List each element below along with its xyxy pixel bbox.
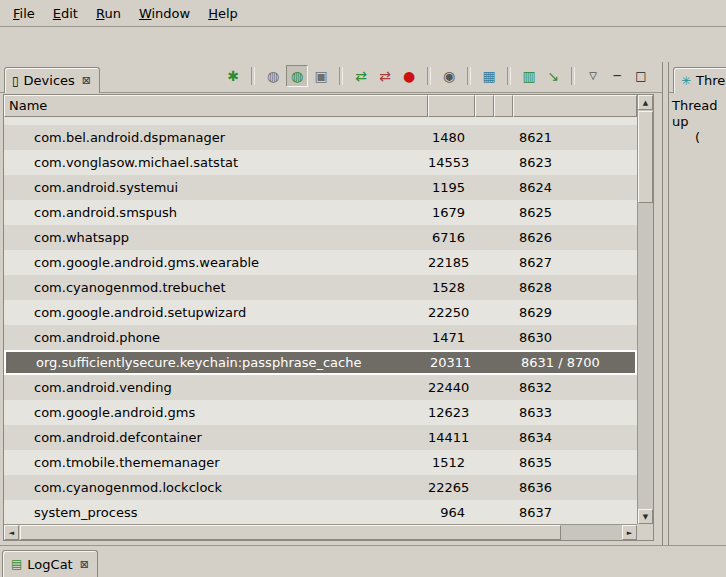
- port-cell: 8627: [513, 255, 637, 270]
- table-row[interactable]: com.android.vending224408632: [4, 375, 637, 400]
- horizontal-scrollbar[interactable]: ◄ ►: [4, 524, 637, 540]
- method-profiling-icon[interactable]: ▥: [518, 65, 540, 87]
- pid-cell: 964: [428, 505, 475, 520]
- process-table: Name com.bel.android.dspmanager14808621c…: [3, 94, 654, 541]
- column-header-name[interactable]: Name: [4, 95, 428, 117]
- pid-cell: 1195: [428, 180, 475, 195]
- tab-devices[interactable]: ▯ Devices ⊠: [4, 67, 100, 93]
- close-icon[interactable]: ⊠: [82, 74, 91, 87]
- devices-toolbar: ✱◍◍▣⇄⇄●◉▦▥↘▽─□: [222, 65, 658, 92]
- thread-status-line-2: (: [672, 130, 723, 146]
- scrollbar-corner: [637, 524, 653, 540]
- column-header-1[interactable]: [428, 95, 475, 117]
- process-name-cell: com.whatsapp: [4, 230, 428, 245]
- scroll-up-button[interactable]: ▲: [638, 95, 653, 110]
- scroll-down-button[interactable]: ▼: [638, 509, 653, 524]
- table-row[interactable]: com.vonglasow.michael.satstat145538623: [4, 150, 637, 175]
- column-header-3[interactable]: [494, 95, 513, 117]
- debug-process-icon[interactable]: ✱: [222, 65, 244, 87]
- menu-item-file[interactable]: File: [4, 2, 44, 25]
- table-row[interactable]: org.sufficientlysecure.keychain:passphra…: [4, 350, 637, 375]
- vertical-scroll-thumb[interactable]: [638, 111, 653, 203]
- process-name-cell: com.google.android.gms: [4, 405, 428, 420]
- pid-cell: 20311: [430, 355, 477, 370]
- menu-item-run[interactable]: Run: [87, 2, 130, 25]
- port-cell: 8625: [513, 205, 637, 220]
- toolbar-separator: [427, 67, 431, 85]
- dump-hprof-icon[interactable]: ◍: [286, 65, 308, 87]
- scroll-right-button[interactable]: ►: [622, 525, 637, 540]
- close-icon[interactable]: ⊠: [80, 558, 89, 571]
- horizontal-scroll-thumb[interactable]: [20, 525, 561, 540]
- gallery-icon[interactable]: ▦: [478, 65, 500, 87]
- devices-panel-header: ▯ Devices ⊠ ✱◍◍▣⇄⇄●◉▦▥↘▽─□: [0, 62, 662, 93]
- pid-cell: 1471: [428, 330, 475, 345]
- port-cell: 8621: [513, 130, 637, 145]
- table-row[interactable]: com.google.android.gms.wearable221858627: [4, 250, 637, 275]
- scroll-left-button[interactable]: ◄: [4, 525, 19, 540]
- process-name-cell: com.android.systemui: [4, 180, 428, 195]
- toolbar-separator: [507, 67, 511, 85]
- table-row[interactable]: com.cyanogenmod.lockclock222658636: [4, 475, 637, 500]
- process-name-cell: com.android.defcontainer: [4, 430, 428, 445]
- column-header-4[interactable]: [513, 95, 637, 117]
- process-name-cell: com.android.vending: [4, 380, 428, 395]
- pid-cell: 6716: [428, 230, 475, 245]
- vertical-scrollbar[interactable]: ▲ ▼: [637, 95, 653, 524]
- pid-cell: 22250: [428, 305, 475, 320]
- process-name-cell: com.android.phone: [4, 330, 428, 345]
- port-cell: 8637: [513, 505, 637, 520]
- minimize-icon[interactable]: ─: [606, 65, 628, 87]
- update-heap-icon[interactable]: ◍: [262, 65, 284, 87]
- table-row[interactable]: com.bel.android.dspmanager14808621: [4, 125, 637, 150]
- process-name-cell: com.vonglasow.michael.satstat: [4, 155, 428, 170]
- table-row[interactable]: com.android.phone14718630: [4, 325, 637, 350]
- maximize-icon[interactable]: □: [630, 65, 652, 87]
- menu-item-edit[interactable]: Edit: [44, 2, 87, 25]
- table-row[interactable]: com.google.android.gms126238633: [4, 400, 637, 425]
- pid-cell: 1512: [428, 455, 475, 470]
- port-cell: 8633: [513, 405, 637, 420]
- table-row[interactable]: com.tmobile.thememanager15128635: [4, 450, 637, 475]
- process-name-cell: org.sufficientlysecure.keychain:passphra…: [6, 355, 430, 370]
- table-row[interactable]: com.cyanogenmod.trebuchet15288628: [4, 275, 637, 300]
- table-row[interactable]: com.google.android.setupwizard222508629: [4, 300, 637, 325]
- process-name-cell: com.bel.android.dspmanager: [4, 130, 428, 145]
- process-name-cell: com.google.android.gms.wearable: [4, 255, 428, 270]
- devices-panel: ▯ Devices ⊠ ✱◍◍▣⇄⇄●◉▦▥↘▽─□ Name com.bel.…: [0, 62, 663, 545]
- menu-item-help[interactable]: Help: [199, 2, 247, 25]
- port-cell: 8628: [513, 280, 637, 295]
- table-row[interactable]: com.android.defcontainer144118634: [4, 425, 637, 450]
- threads-panel: ✳ Threa Thread up (: [668, 62, 726, 545]
- pid-cell: 22185: [428, 255, 475, 270]
- cause-gc-icon[interactable]: ▣: [310, 65, 332, 87]
- tab-logcat[interactable]: ▤ LogCat ⊠: [2, 550, 98, 577]
- stop-process-icon[interactable]: ●: [398, 65, 420, 87]
- tab-threads[interactable]: ✳ Threa: [673, 67, 726, 93]
- threads-panel-header: ✳ Threa: [669, 62, 726, 93]
- ddms-window: FileEditRunWindowHelp ▯ Devices ⊠ ✱◍◍▣⇄⇄…: [0, 0, 726, 577]
- table-row[interactable]: com.android.systemui11958624: [4, 175, 637, 200]
- main-toolbar: [0, 27, 726, 62]
- menu-item-window[interactable]: Window: [130, 2, 199, 25]
- stop-thread-updates-icon[interactable]: ⇄: [374, 65, 396, 87]
- devices-tab-label: Devices: [24, 73, 75, 88]
- pid-cell: 22440: [428, 380, 475, 395]
- pid-cell: 22265: [428, 480, 475, 495]
- column-header-2[interactable]: [475, 95, 494, 117]
- pid-cell: 12623: [428, 405, 475, 420]
- pid-cell: 14411: [428, 430, 475, 445]
- table-row[interactable]: com.whatsapp67168626: [4, 225, 637, 250]
- view-menu-icon[interactable]: ▽: [582, 65, 604, 87]
- process-name-cell: com.android.smspush: [4, 205, 428, 220]
- start-profiling-icon[interactable]: ↘: [542, 65, 564, 87]
- table-header: Name: [4, 95, 637, 117]
- table-row[interactable]: com.android.smspush16798625: [4, 200, 637, 225]
- menubar: FileEditRunWindowHelp: [0, 0, 726, 27]
- logcat-icon: ▤: [11, 558, 22, 570]
- update-threads-icon[interactable]: ⇄: [350, 65, 372, 87]
- port-cell: 8636: [513, 480, 637, 495]
- logcat-tab-label: LogCat: [27, 557, 72, 572]
- screen-capture-icon[interactable]: ◉: [438, 65, 460, 87]
- table-row[interactable]: system_process9648637: [4, 500, 637, 524]
